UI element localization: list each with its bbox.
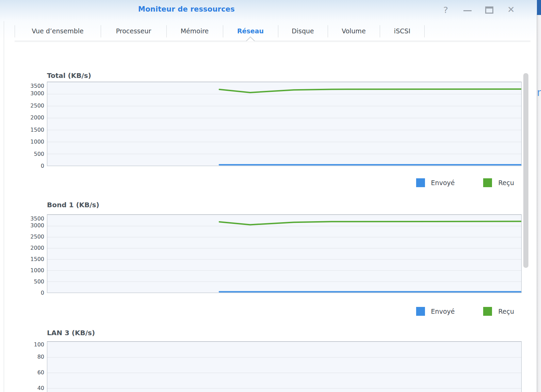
- minimize-button[interactable]: [463, 4, 472, 15]
- legend-label-sent: Envoyé: [431, 308, 455, 315]
- y-tick-label: 500: [0, 279, 44, 285]
- y-tick-label: 2500: [0, 103, 44, 109]
- chart-lines-lan3: [47, 342, 521, 392]
- window-title: Moniteur de ressources: [0, 5, 373, 13]
- y-tick-label: 2500: [0, 234, 44, 240]
- y-axis-bond1: 3500 3000 2500 2000 1500 1000 500 0: [0, 214, 44, 293]
- y-tick-label: 1000: [0, 267, 44, 274]
- chart-title-bond1: Bond 1 (KB/s): [47, 201, 99, 209]
- tab-label: Vue d’ensemble: [32, 27, 83, 35]
- help-icon: ?: [443, 4, 448, 14]
- background-window-header-edge: [537, 0, 541, 15]
- legend-item-received: Reçu: [483, 307, 514, 316]
- window-left-border: [4, 21, 4, 392]
- chart-legend-total: Envoyé Reçu: [47, 175, 522, 190]
- resource-monitor-window: Moniteur de ressources ? ✕ Vue d’ensembl…: [0, 0, 537, 392]
- legend-item-sent: Envoyé: [416, 178, 455, 187]
- tab-disque[interactable]: Disque: [278, 21, 328, 41]
- y-axis-total: 3500 3000 2500 2000 1500 1000 500 0: [0, 82, 44, 166]
- tabbar-divider: [15, 41, 530, 41]
- tab-volume[interactable]: Volume: [328, 21, 380, 41]
- tab-memoire[interactable]: Mémoire: [166, 21, 223, 41]
- legend-item-received: Reçu: [483, 178, 514, 187]
- chart-title-total: Total (KB/s): [47, 71, 91, 80]
- chart-title-lan3: LAN 3 (KB/s): [47, 329, 95, 337]
- chart-plot-total: [47, 82, 522, 166]
- legend-label-sent: Envoyé: [431, 179, 455, 186]
- tab-iscsi[interactable]: iSCSI: [380, 21, 425, 41]
- y-axis-lan3: 100 80 60 40 20 0: [0, 341, 44, 392]
- tab-label: Volume: [342, 27, 366, 35]
- chart-plot-lan3: [47, 341, 522, 392]
- background-window-clipped-text: n: [537, 86, 541, 98]
- y-tick-label: 2000: [0, 245, 44, 251]
- y-tick-label: 1000: [0, 139, 44, 145]
- y-tick-label: 0: [0, 163, 44, 169]
- close-icon: ✕: [507, 5, 515, 14]
- chart-plot-bond1: [47, 214, 522, 293]
- y-tick-label: 80: [0, 354, 44, 360]
- sent-swatch: [416, 307, 425, 316]
- tab-vue-densemble[interactable]: Vue d’ensemble: [15, 21, 101, 41]
- legend-label-received: Reçu: [498, 179, 514, 186]
- tab-label: Mémoire: [181, 27, 209, 35]
- y-tick-label: 3500: [0, 216, 44, 222]
- y-tick-label: 3000: [0, 91, 44, 97]
- y-tick-label: 1500: [0, 127, 44, 133]
- maximize-icon: [485, 6, 493, 14]
- received-swatch: [483, 307, 492, 316]
- legend-label-received: Reçu: [498, 308, 514, 315]
- y-tick-label: 3000: [0, 223, 44, 229]
- legend-item-sent: Envoyé: [416, 307, 455, 316]
- tab-label: Processeur: [116, 27, 151, 35]
- y-tick-label: 500: [0, 151, 44, 157]
- vertical-scrollbar-thumb[interactable]: [523, 73, 528, 268]
- chart-lines-total: [47, 82, 521, 166]
- close-button[interactable]: ✕: [506, 4, 516, 15]
- tab-label: Disque: [292, 27, 314, 35]
- y-tick-label: 2000: [0, 115, 44, 121]
- active-tab-notch-fill: [247, 37, 254, 41]
- chart-legend-bond1: Envoyé Reçu: [47, 304, 522, 319]
- minimize-icon: [463, 10, 472, 11]
- tab-label: iSCSI: [394, 27, 410, 35]
- tab-bar: Vue d’ensemble Processeur Mémoire Réseau…: [0, 21, 537, 41]
- tab-label: Réseau: [237, 27, 264, 35]
- chart-lines-bond1: [47, 215, 521, 293]
- tab-processeur[interactable]: Processeur: [101, 21, 166, 41]
- received-swatch: [483, 178, 492, 187]
- y-tick-label: 40: [0, 385, 44, 391]
- sent-swatch: [416, 178, 425, 187]
- y-tick-label: 60: [0, 370, 44, 376]
- help-button[interactable]: ?: [441, 4, 450, 15]
- y-tick-label: 100: [0, 342, 44, 348]
- maximize-button[interactable]: [485, 4, 494, 15]
- background-window-edge: n: [537, 0, 541, 392]
- window-controls: ? ✕: [441, 4, 516, 15]
- y-tick-label: 3500: [0, 83, 44, 89]
- y-tick-label: 1500: [0, 256, 44, 262]
- y-tick-label: 0: [0, 290, 44, 296]
- titlebar: Moniteur de ressources ? ✕: [0, 0, 537, 21]
